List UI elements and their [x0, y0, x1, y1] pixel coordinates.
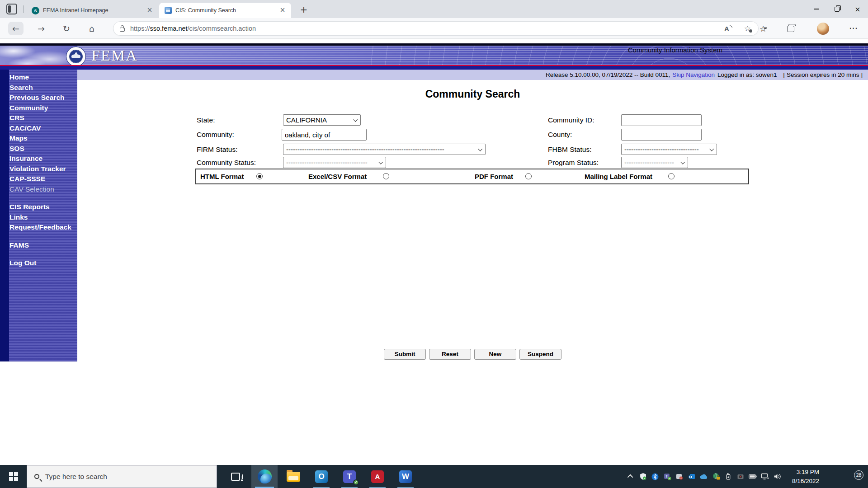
edge-icon: [258, 469, 272, 483]
fema-banner: FEMA Community Information System: [0, 43, 868, 65]
tab-cis-community-search[interactable]: CIS: Community Search ×: [159, 3, 291, 18]
sidebar-item-community[interactable]: Community: [9, 103, 77, 113]
software-center-tray-icon[interactable]: [675, 472, 684, 482]
ethernet-network-icon[interactable]: [760, 472, 770, 482]
taskbar-outlook-button[interactable]: O: [308, 465, 335, 488]
taskbar-search[interactable]: [27, 465, 217, 488]
sidebar-item-sos[interactable]: SOS: [9, 144, 77, 154]
sidebar-spacer: [9, 250, 77, 258]
outlook-tray-icon[interactable]: [687, 472, 697, 482]
chevron-down-icon: [709, 147, 714, 151]
read-aloud-icon[interactable]: A: [724, 25, 732, 33]
task-view-button[interactable]: [222, 465, 249, 488]
add-favorite-icon[interactable]: ☆: [744, 24, 751, 33]
sidebar-item-cap-ssse[interactable]: CAP-SSSE: [9, 174, 77, 184]
html-format-radio[interactable]: [256, 173, 263, 179]
taskbar-acrobat-button[interactable]: A: [364, 465, 391, 488]
tab-actions-menu-icon[interactable]: [6, 4, 17, 14]
sidebar-item-links[interactable]: Links: [9, 212, 77, 223]
sidebar-item-previous-search[interactable]: Previous Search: [9, 93, 77, 103]
program-status-label: Program Status:: [548, 159, 599, 167]
sidebar-item-crs[interactable]: CRS: [9, 113, 77, 123]
submit-button[interactable]: Submit: [384, 349, 426, 360]
community-id-input[interactable]: [621, 114, 702, 126]
sidebar-item-cac-cav[interactable]: CAC/CAV: [9, 123, 77, 134]
sharepoint-icon: s: [32, 7, 39, 14]
media-device-icon[interactable]: [736, 472, 745, 482]
system-tray: T: [626, 465, 782, 488]
state-select[interactable]: CALIFORNIA: [283, 114, 361, 126]
battery-icon[interactable]: [748, 472, 758, 482]
taskbar-teams-button[interactable]: T✓: [336, 465, 363, 488]
taskbar-search-input[interactable]: [45, 473, 194, 481]
chevron-down-icon: [680, 160, 685, 164]
excel-csv-format-radio[interactable]: [383, 173, 389, 179]
page-title: Community Search: [77, 88, 868, 100]
pdf-format-label: PDF Format: [475, 173, 513, 180]
pdf-format-radio[interactable]: [525, 173, 532, 179]
forward-button[interactable]: →: [33, 22, 49, 35]
collections-icon[interactable]: [787, 26, 794, 32]
sidebar-item-request-feedback[interactable]: Request/Feedback: [9, 222, 77, 233]
new-tab-button[interactable]: +: [297, 4, 310, 16]
sidebar-item-maps[interactable]: Maps: [9, 133, 77, 144]
sidebar-item-log-out[interactable]: Log Out: [9, 258, 77, 268]
taskbar-word-button[interactable]: W: [392, 465, 419, 488]
task-view-icon: [231, 473, 240, 481]
new-button[interactable]: New: [474, 349, 516, 360]
onedrive-icon[interactable]: [699, 472, 709, 482]
dhs-seal-icon: [66, 47, 86, 66]
sidebar-item-home[interactable]: Home: [9, 72, 77, 83]
taskbar-edge-button[interactable]: [251, 465, 278, 488]
county-input[interactable]: [621, 129, 702, 141]
suspend-button[interactable]: Suspend: [519, 349, 561, 360]
settings-more-icon[interactable]: ···: [849, 24, 858, 33]
community-id-label: Community ID:: [548, 116, 594, 124]
community-status-select[interactable]: ------------------------------------: [283, 157, 386, 168]
favorites-icon[interactable]: ☆: [760, 24, 767, 33]
teams-available-status-icon: ✓: [353, 479, 359, 485]
taskbar-clock[interactable]: 3:19 PM 8/16/2022: [792, 465, 819, 488]
sidebar-item-violation-tracker[interactable]: Violation Tracker: [9, 164, 77, 174]
vpn-globe-lock-icon[interactable]: [711, 472, 721, 482]
tab-fema-intranet[interactable]: s FEMA Intranet Homepage ×: [26, 3, 158, 18]
usb-device-icon[interactable]: [723, 472, 733, 482]
reset-button[interactable]: Reset: [429, 349, 471, 360]
fhbm-status-select[interactable]: ---------------------------------: [621, 144, 717, 155]
address-bar[interactable]: https://sso.fema.net/cis/commsearch.acti…: [113, 21, 759, 36]
refresh-button[interactable]: ↻: [59, 22, 74, 35]
sidebar-item-search[interactable]: Search: [9, 83, 77, 93]
tab-close-icon[interactable]: ×: [278, 6, 287, 14]
banner-navy-band: [0, 66, 868, 70]
profile-avatar[interactable]: [817, 23, 829, 35]
tray-chevron-up-icon[interactable]: [626, 472, 636, 482]
volume-icon[interactable]: [772, 472, 782, 482]
window-restore-button[interactable]: [826, 0, 847, 18]
bluetooth-icon[interactable]: [650, 472, 660, 482]
sidebar-left-edge: [0, 70, 9, 361]
teams-status-tray-icon[interactable]: T: [662, 472, 672, 482]
start-button[interactable]: [0, 465, 27, 488]
tab-close-icon[interactable]: ×: [146, 6, 154, 14]
window-minimize-button[interactable]: [806, 0, 826, 18]
community-input[interactable]: [282, 129, 367, 141]
sidebar-item-cis-reports[interactable]: CIS Reports: [9, 202, 77, 212]
defender-shield-icon[interactable]: [638, 472, 648, 482]
sidebar-item-insurance[interactable]: Insurance: [9, 154, 77, 164]
window-close-button[interactable]: ×: [847, 0, 868, 18]
back-button[interactable]: ←: [8, 22, 24, 35]
home-button[interactable]: ⌂: [84, 22, 99, 35]
taskbar-file-explorer-button[interactable]: [280, 465, 307, 488]
fema-logo-text: FEMA: [91, 47, 137, 64]
community-status-label: Community Status:: [197, 159, 256, 167]
word-icon: W: [399, 470, 412, 483]
lock-icon[interactable]: [120, 28, 125, 32]
skip-navigation-link[interactable]: Skip Navigation: [672, 71, 715, 78]
mailing-label-format-radio[interactable]: [668, 173, 675, 179]
sidebar-item-fams[interactable]: FAMS: [9, 240, 77, 251]
sidebar-item-cav-selection[interactable]: CAV Selection: [9, 184, 77, 195]
program-status-select[interactable]: ----------------------: [621, 157, 688, 168]
community-label: Community:: [197, 131, 234, 139]
chevron-down-icon: [378, 160, 383, 164]
firm-status-select[interactable]: ----------------------------------------…: [283, 144, 486, 155]
